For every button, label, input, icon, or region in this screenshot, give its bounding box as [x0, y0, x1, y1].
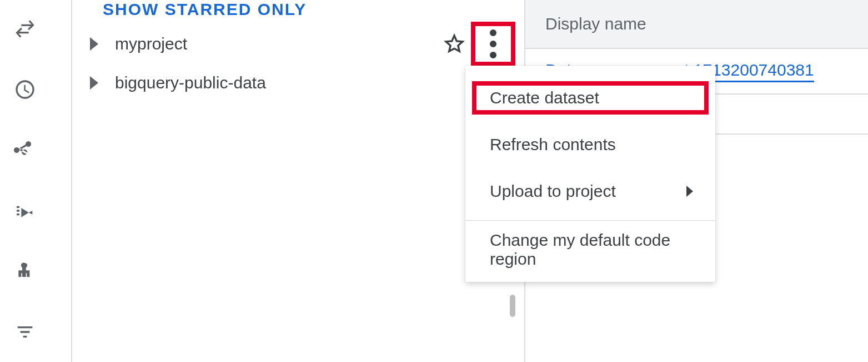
- menu-item-refresh-contents[interactable]: Refresh contents: [465, 121, 715, 168]
- menu-item-create-dataset[interactable]: Create dataset: [465, 75, 715, 121]
- tree-row-myproject[interactable]: myproject: [72, 24, 515, 63]
- more-actions-button[interactable]: [471, 22, 515, 66]
- expand-arrow-icon[interactable]: [90, 37, 98, 51]
- tree-row-bigquery-public-data[interactable]: bigquery-public-data: [72, 63, 515, 102]
- filter-icon[interactable]: [13, 320, 37, 344]
- menu-divider: [465, 220, 715, 221]
- column-header-display-name[interactable]: Display name: [525, 0, 868, 49]
- project-context-menu: Create dataset Refresh contents Upload t…: [465, 66, 715, 282]
- tree-label: bigquery-public-data: [115, 73, 489, 92]
- explorer-panel: SHOW STARRED ONLY myproject bigquery-pub…: [71, 0, 515, 362]
- clock-icon[interactable]: [13, 77, 37, 102]
- menu-item-label: Refresh contents: [490, 135, 616, 154]
- migrate-icon[interactable]: [13, 199, 37, 223]
- show-starred-toggle[interactable]: SHOW STARRED ONLY: [72, 0, 515, 24]
- menu-item-label: Change my default code region: [490, 231, 691, 269]
- share-icon[interactable]: [13, 138, 37, 162]
- expand-arrow-icon[interactable]: [90, 76, 98, 90]
- menu-item-label: Create dataset: [490, 88, 599, 107]
- menu-item-change-region[interactable]: Change my default code region: [465, 226, 715, 273]
- menu-item-upload-to-project[interactable]: Upload to project: [465, 168, 715, 215]
- lineage-icon[interactable]: [13, 259, 37, 284]
- scrollbar-thumb[interactable]: [510, 295, 515, 317]
- star-outline-icon[interactable]: [443, 33, 465, 55]
- left-rail: [0, 0, 50, 362]
- tree-label: myproject: [115, 34, 443, 53]
- transfers-icon[interactable]: [13, 17, 37, 41]
- chevron-right-icon: [686, 186, 693, 197]
- menu-item-label: Upload to project: [490, 182, 616, 201]
- more-vert-icon: [490, 27, 496, 61]
